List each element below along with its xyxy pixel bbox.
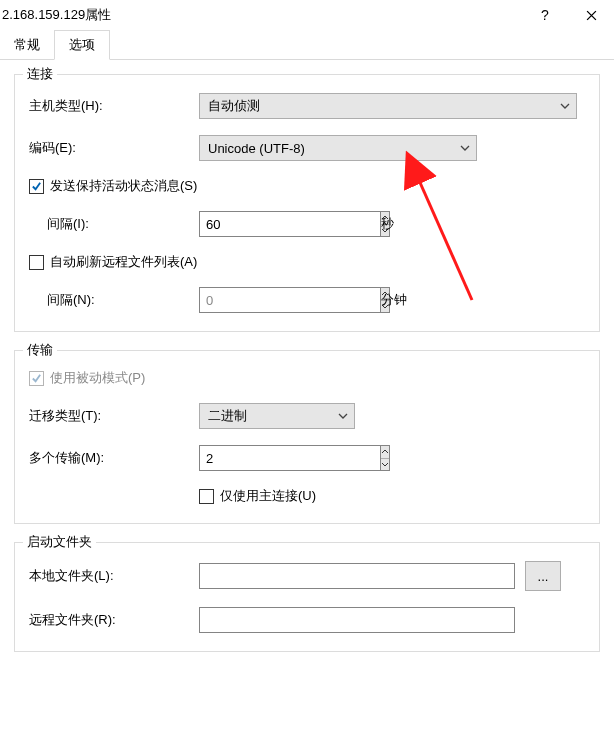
host-type-value: 自动侦测 <box>208 97 260 115</box>
local-folder-label: 本地文件夹(L): <box>29 567 199 585</box>
checkbox-icon <box>199 489 214 504</box>
only-main-label: 仅使用主连接(U) <box>220 487 316 505</box>
titlebar: 2.168.159.129属性 ? <box>0 0 614 30</box>
autorefresh-interval-spinner[interactable] <box>199 287 367 313</box>
encoding-label: 编码(E): <box>29 139 199 157</box>
group-transfer-legend: 传输 <box>23 341 57 359</box>
passive-label: 使用被动模式(P) <box>50 369 145 387</box>
migrate-type-dropdown[interactable]: 二进制 <box>199 403 355 429</box>
chevron-down-icon <box>460 145 470 151</box>
multi-transfer-input[interactable] <box>199 445 380 471</box>
only-main-checkbox[interactable]: 仅使用主连接(U) <box>199 487 316 505</box>
keepalive-checkbox[interactable]: 发送保持活动状态消息(S) <box>29 177 197 195</box>
spinner-down-icon[interactable] <box>381 459 389 471</box>
tab-content: 连接 主机类型(H): 自动侦测 编码(E): Unicode (UTF-8) <box>0 60 614 652</box>
host-type-label: 主机类型(H): <box>29 97 199 115</box>
group-startup: 启动文件夹 本地文件夹(L): ... 远程文件夹(R): <box>14 542 600 652</box>
keepalive-interval-spinner[interactable] <box>199 211 367 237</box>
group-startup-legend: 启动文件夹 <box>23 533 96 551</box>
browse-local-button[interactable]: ... <box>525 561 561 591</box>
encoding-value: Unicode (UTF-8) <box>208 141 305 156</box>
group-transfer: 传输 使用被动模式(P) 迁移类型(T): 二进制 多个传输(M): <box>14 350 600 524</box>
host-type-dropdown[interactable]: 自动侦测 <box>199 93 577 119</box>
close-button[interactable] <box>568 0 614 30</box>
passive-checkbox: 使用被动模式(P) <box>29 369 145 387</box>
spinner-up-icon[interactable] <box>381 446 389 459</box>
remote-folder-label: 远程文件夹(R): <box>29 611 199 629</box>
checkbox-icon <box>29 179 44 194</box>
help-button[interactable]: ? <box>522 0 568 30</box>
chevron-down-icon <box>338 413 348 419</box>
remote-folder-input[interactable] <box>199 607 515 633</box>
autorefresh-interval-unit: 分钟 <box>381 291 407 309</box>
tab-options[interactable]: 选项 <box>54 30 110 60</box>
keepalive-interval-unit: 秒 <box>381 215 394 233</box>
autorefresh-interval-label: 间隔(N): <box>29 291 199 309</box>
checkbox-icon <box>29 371 44 386</box>
tab-bar: 常规 选项 <box>0 32 614 60</box>
group-connection-legend: 连接 <box>23 65 57 83</box>
tab-general[interactable]: 常规 <box>0 31 54 59</box>
multi-transfer-label: 多个传输(M): <box>29 449 199 467</box>
checkbox-icon <box>29 255 44 270</box>
keepalive-interval-input[interactable] <box>199 211 380 237</box>
autorefresh-checkbox[interactable]: 自动刷新远程文件列表(A) <box>29 253 197 271</box>
migrate-type-label: 迁移类型(T): <box>29 407 199 425</box>
group-connection: 连接 主机类型(H): 自动侦测 编码(E): Unicode (UTF-8) <box>14 74 600 332</box>
chevron-down-icon <box>560 103 570 109</box>
multi-transfer-spinner[interactable] <box>199 445 367 471</box>
local-folder-input[interactable] <box>199 563 515 589</box>
migrate-type-value: 二进制 <box>208 407 247 425</box>
window-title: 2.168.159.129属性 <box>0 6 522 24</box>
autorefresh-label: 自动刷新远程文件列表(A) <box>50 253 197 271</box>
keepalive-interval-label: 间隔(I): <box>29 215 199 233</box>
encoding-dropdown[interactable]: Unicode (UTF-8) <box>199 135 477 161</box>
keepalive-label: 发送保持活动状态消息(S) <box>50 177 197 195</box>
autorefresh-interval-input <box>199 287 380 313</box>
